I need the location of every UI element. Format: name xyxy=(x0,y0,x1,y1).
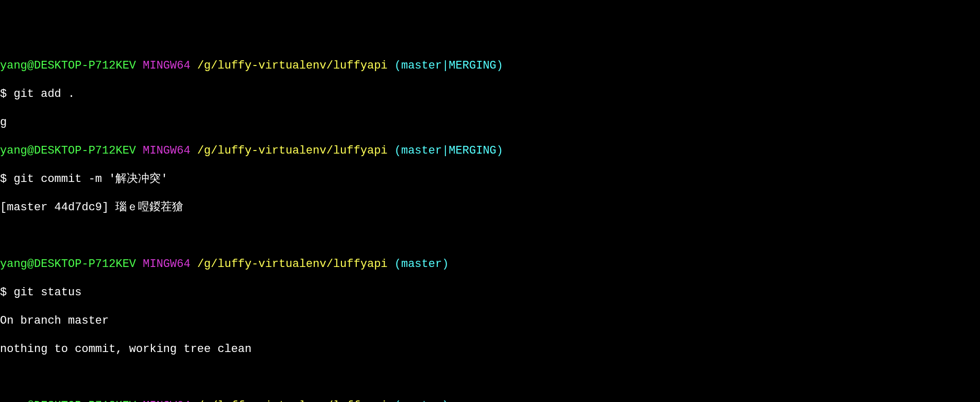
output-status-clean: nothing to commit, working tree clean xyxy=(0,342,980,357)
prompt-mingw: MINGW64 xyxy=(143,144,190,157)
command-git-status: $ git status xyxy=(0,286,980,300)
command-git-commit: $ git commit -m '解决冲突' xyxy=(0,172,980,187)
prompt-user: yang@DESKTOP-P712KEV xyxy=(0,144,136,157)
prompt-branch: (master) xyxy=(394,258,449,271)
prompt-user: yang@DESKTOP-P712KEV xyxy=(0,258,136,271)
prompt-line-4: yang@DESKTOP-P712KEV MINGW64 /g/luffy-vi… xyxy=(0,399,980,402)
prompt-user: yang@DESKTOP-P712KEV xyxy=(0,59,136,72)
output-status-branch: On branch master xyxy=(0,314,980,328)
prompt-path: /g/luffy-virtualenv/luffyapi xyxy=(197,144,388,157)
command-git-add: $ git add . xyxy=(0,87,980,102)
output-stray-g: g xyxy=(0,115,980,130)
prompt-path: /g/luffy-virtualenv/luffyapi xyxy=(197,258,388,271)
prompt-path: /g/luffy-virtualenv/luffyapi xyxy=(197,59,388,72)
prompt-line-3: yang@DESKTOP-P712KEV MINGW64 /g/luffy-vi… xyxy=(0,257,980,272)
prompt-line-2: yang@DESKTOP-P712KEV MINGW64 /g/luffy-vi… xyxy=(0,144,980,158)
blank-line xyxy=(0,229,980,243)
prompt-user: yang@DESKTOP-P712KEV xyxy=(0,399,136,402)
prompt-mingw: MINGW64 xyxy=(143,59,190,72)
prompt-branch: (master|MERGING) xyxy=(394,144,503,157)
output-commit-result: [master 44d7dc9] 瑙ｅ喅鍐茬獊 xyxy=(0,200,980,215)
prompt-branch: (master|MERGING) xyxy=(394,59,503,72)
prompt-line-1: yang@DESKTOP-P712KEV MINGW64 /g/luffy-vi… xyxy=(0,59,980,73)
prompt-branch: (master) xyxy=(394,399,449,402)
blank-line xyxy=(0,371,980,385)
prompt-mingw: MINGW64 xyxy=(143,258,190,271)
prompt-path: /g/luffy-virtualenv/luffyapi xyxy=(197,399,388,402)
prompt-mingw: MINGW64 xyxy=(143,399,190,402)
